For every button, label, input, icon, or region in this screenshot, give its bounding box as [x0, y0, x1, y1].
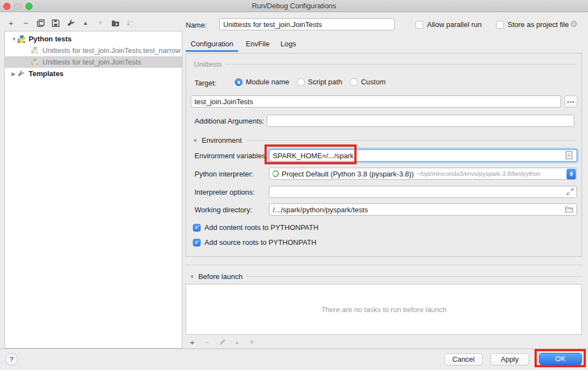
module-name-radio[interactable]: [235, 78, 242, 86]
section-separator: [186, 265, 582, 265]
save-icon[interactable]: [51, 19, 60, 28]
store-as-project-file-checkbox[interactable]: [496, 21, 504, 29]
tree-item-unittests-jointests[interactable]: Unittests for test_join.JoinTests: [5, 56, 182, 68]
store-as-project-file-option[interactable]: Store as project file: [496, 20, 569, 29]
tab-configuration[interactable]: Configuration: [191, 40, 233, 48]
remove-icon[interactable]: −: [21, 19, 30, 28]
add-content-roots-option[interactable]: ✓ Add content roots to PYTHONPATH: [193, 223, 319, 232]
edit-task-icon[interactable]: [218, 337, 226, 346]
interpreter-options-label: Interpreter options:: [195, 188, 255, 196]
run-debug-configurations-dialog: Run/Debug Configurations + − ▲ ▼ az ▼: [0, 0, 588, 370]
group-divider: [226, 64, 576, 65]
add-content-roots-checkbox[interactable]: ✓: [193, 224, 201, 232]
before-launch-task-list: There are no tasks to run before launch: [186, 284, 582, 335]
collapse-triangle-icon[interactable]: ▼: [190, 274, 195, 280]
python-test-icon: [31, 46, 40, 55]
move-task-up-icon[interactable]: ▲: [233, 337, 241, 346]
tree-item-label: Unittests for test_join.JoinTests: [42, 58, 141, 66]
allow-parallel-run-checkbox[interactable]: [416, 21, 423, 29]
radio-label: Custom: [361, 78, 386, 86]
custom-radio[interactable]: [350, 78, 358, 86]
help-button[interactable]: ?: [6, 353, 18, 366]
name-input[interactable]: [219, 18, 395, 30]
checkbox-label: Store as project file: [508, 20, 569, 29]
module-name-input[interactable]: [191, 95, 561, 108]
before-launch-section-header[interactable]: ▼ Before launch: [190, 272, 582, 281]
add-task-icon[interactable]: +: [188, 337, 197, 346]
add-source-roots-checkbox[interactable]: ✓: [193, 239, 201, 246]
tab-logs[interactable]: Logs: [280, 40, 296, 48]
expand-field-icon[interactable]: [567, 188, 574, 197]
configurations-tree: ▼ Python tests Unittests for test_join.J…: [4, 31, 182, 348]
title-bar: Run/Debug Configurations: [0, 0, 588, 12]
script-path-radio[interactable]: [297, 78, 305, 86]
name-label: Name:: [186, 21, 207, 29]
radio-label: Script path: [308, 78, 342, 86]
additional-arguments-input[interactable]: [267, 115, 574, 127]
before-launch-toolbar: + − ▲ ▼: [188, 336, 256, 347]
working-directory-label: Working directory:: [195, 206, 252, 214]
environment-section-header[interactable]: ▼ Environment: [193, 136, 576, 144]
interpreter-value: Project Default (Python 3.8 (pyspark-3.8…: [282, 170, 414, 178]
move-up-icon[interactable]: ▲: [81, 19, 90, 28]
tree-item-label: Unittests for test_join.JoinTests.test_n…: [42, 46, 181, 55]
checkbox-label: Add source roots to PYTHONPATH: [204, 238, 316, 246]
target-option-module-name[interactable]: Module name: [235, 78, 289, 86]
tree-item-unittests-test-narrow[interactable]: Unittests for test_join.JoinTests.test_n…: [5, 45, 182, 56]
target-label: Target:: [195, 79, 217, 87]
apply-button[interactable]: Apply: [490, 353, 529, 366]
combo-stepper-icon[interactable]: [567, 169, 576, 179]
move-task-down-icon[interactable]: ▼: [247, 337, 256, 346]
radio-label: Module name: [246, 78, 289, 86]
check-icon: ✓: [195, 239, 199, 245]
ok-button[interactable]: OK: [539, 353, 582, 365]
working-directory-input[interactable]: [269, 203, 577, 216]
target-option-custom[interactable]: Custom: [350, 78, 386, 86]
tab-envfile[interactable]: EnvFile: [246, 40, 269, 48]
env-vars-list-icon[interactable]: [565, 151, 573, 161]
python-interpreter-label: Python interpreter:: [195, 170, 253, 178]
window-title: Run/Debug Configurations: [0, 2, 588, 10]
section-label: Environment: [202, 136, 242, 144]
allow-parallel-run-option[interactable]: Allow parallel run: [416, 20, 482, 29]
section-divider: [246, 140, 576, 141]
target-option-script-path[interactable]: Script path: [297, 78, 342, 86]
collapse-triangle-icon[interactable]: ▼: [193, 138, 198, 143]
interpreter-options-input[interactable]: [269, 186, 577, 198]
configuration-panel: Unittests Target: Module name Script pat…: [186, 53, 582, 257]
expander-open-icon[interactable]: ▼: [12, 36, 17, 42]
move-down-icon[interactable]: ▼: [96, 19, 105, 28]
add-icon[interactable]: +: [7, 19, 15, 28]
unittests-group: Unittests: [194, 60, 576, 68]
target-radio-group: Module name Script path Custom: [235, 78, 393, 86]
folder-browse-icon[interactable]: [565, 206, 573, 215]
browse-button[interactable]: ...: [564, 95, 578, 108]
configurations-toolbar: + − ▲ ▼ az: [7, 17, 134, 29]
tree-item-label: Templates: [29, 69, 63, 78]
templates-wrench-icon: [17, 69, 26, 78]
empty-tasks-message: There are no tasks to run before launch: [321, 305, 447, 314]
python-interpreter-select[interactable]: Project Default (Python 3.8 (pyspark-3.8…: [269, 168, 577, 180]
tree-item-python-tests[interactable]: ▼ Python tests: [5, 33, 182, 45]
edit-templates-icon[interactable]: [66, 19, 75, 28]
section-divider: [246, 276, 582, 277]
sort-alphabetically-icon[interactable]: az: [126, 19, 134, 28]
python-tests-icon: [17, 35, 26, 44]
svg-text:a: a: [131, 20, 133, 23]
remove-task-icon[interactable]: −: [203, 337, 212, 346]
checkbox-label: Allow parallel run: [427, 20, 482, 29]
store-settings-gear-icon[interactable]: ⚙: [570, 19, 578, 29]
environment-variables-input[interactable]: [269, 149, 577, 162]
expander-closed-icon[interactable]: ▶: [12, 71, 17, 77]
checkbox-label: Add content roots to PYTHONPATH: [204, 223, 319, 232]
copy-icon[interactable]: [36, 19, 45, 28]
cancel-button[interactable]: Cancel: [444, 353, 483, 366]
new-folder-icon[interactable]: [111, 19, 120, 28]
tree-item-label: Python tests: [29, 35, 72, 43]
tree-item-templates[interactable]: ▶ Templates: [5, 68, 182, 79]
add-source-roots-option[interactable]: ✓ Add source roots to PYTHONPATH: [193, 238, 316, 246]
environment-variables-label: Environment variables:: [195, 152, 267, 160]
section-label: Before launch: [198, 272, 242, 281]
conda-environment-icon: [272, 170, 279, 177]
interpreter-path: ~/opt/miniconda3/envs/pyspark-3.8/bin/py…: [417, 170, 541, 177]
